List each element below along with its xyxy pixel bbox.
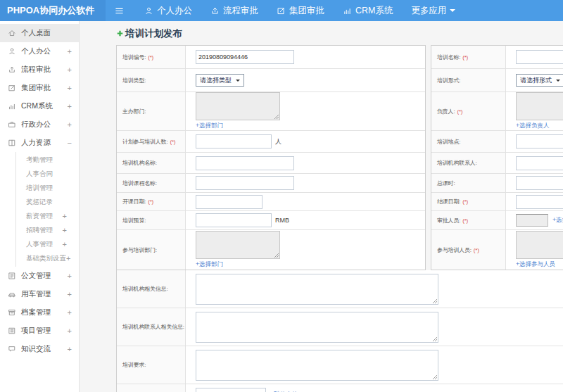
text-input[interactable]	[196, 156, 294, 170]
text-input[interactable]	[516, 134, 563, 148]
expand-icon[interactable]: +	[68, 308, 72, 317]
readonly-textarea[interactable]	[516, 92, 563, 120]
textarea-input[interactable]	[196, 350, 438, 381]
nav-item-2[interactable]: 集团审批	[277, 5, 324, 17]
text-input[interactable]	[196, 134, 272, 148]
sidebar-item-2[interactable]: 流程审批+	[0, 61, 79, 79]
sidebar-item-10[interactable]: 项目管理+	[0, 322, 79, 340]
expand-icon[interactable]: +	[66, 254, 70, 263]
expand-icon[interactable]: +	[68, 120, 72, 129]
sidebar-item-3[interactable]: 集团审批+	[0, 79, 79, 97]
form-row: 培训名称:(*)	[431, 46, 563, 69]
picker-link[interactable]: +选择参与人员	[516, 260, 555, 269]
text-input[interactable]	[516, 195, 563, 209]
sidebar-subitem-1[interactable]: 人事合同	[16, 167, 79, 181]
text-input[interactable]	[196, 50, 294, 64]
required-mark: (*)	[462, 217, 468, 224]
field-label-text: 计划参与培训人数:	[122, 138, 167, 146]
textarea-input[interactable]	[196, 312, 438, 343]
menu-icon[interactable]	[106, 0, 134, 21]
text-input[interactable]	[516, 176, 563, 190]
sidebar-subitem-4[interactable]: 薪资管理+	[16, 209, 79, 223]
field-label-text: 审批人员:	[437, 217, 460, 225]
form-row: 参与培训人员:(*)+选择参与人员	[431, 230, 563, 270]
field-cell	[186, 193, 425, 210]
sidebar-subitem-5[interactable]: 招聘管理+	[16, 223, 79, 237]
page-title: 培训计划发布	[116, 27, 563, 40]
text-input[interactable]	[196, 176, 294, 190]
form-row: 开课日期:(*)	[117, 193, 425, 211]
readonly-textarea[interactable]	[196, 92, 280, 120]
sidebar-item-6[interactable]: 人力资源−	[0, 134, 79, 152]
expand-icon[interactable]: +	[63, 226, 67, 234]
sidebar: 个人桌面个人办公+流程审批+集团审批+CRM系统+行政办公+人力资源−考勤管理人…	[0, 21, 80, 392]
form-row: 培训机构相关信息:	[117, 270, 563, 308]
sidebar-subitem-3[interactable]: 奖惩记录	[16, 195, 79, 209]
field-cell	[186, 308, 563, 346]
select-dropdown[interactable]: 请选择类型	[196, 74, 244, 87]
sidebar-subitem-6[interactable]: 人事管理+	[16, 237, 79, 251]
sidebar-item-0[interactable]: 个人桌面	[0, 24, 79, 42]
expand-icon[interactable]: +	[68, 290, 72, 298]
sidebar-item-label: 人力资源	[21, 138, 68, 148]
page-title-text: 培训计划发布	[125, 27, 182, 40]
readonly-textarea[interactable]	[516, 231, 563, 259]
nav-item-label: 流程审批	[223, 5, 258, 17]
required-mark: (*)	[462, 198, 468, 205]
nav-item-3[interactable]: CRM系统	[343, 5, 393, 17]
text-input[interactable]	[516, 156, 563, 170]
expand-icon[interactable]: +	[68, 84, 72, 92]
text-input[interactable]	[516, 50, 563, 64]
nav-item-0[interactable]: 个人办公	[144, 5, 192, 17]
expand-icon[interactable]: −	[68, 139, 72, 147]
expand-icon[interactable]: +	[68, 272, 72, 280]
nav-item-label: 个人办公	[157, 5, 192, 17]
sidebar-subitem-7[interactable]: 基础类别设置+	[16, 251, 79, 265]
readonly-input[interactable]	[516, 214, 548, 227]
expand-icon[interactable]: +	[68, 327, 72, 335]
sidebar-item-9[interactable]: 档案管理+	[0, 303, 79, 322]
sidebar-subitem-0[interactable]: 考勤管理	[16, 153, 79, 167]
field-label: 主办部门:	[117, 92, 186, 130]
resize-handle-icon	[432, 374, 437, 379]
field-label: 培训机构名称:	[117, 153, 186, 173]
field-label-text: 结课日期:	[437, 198, 460, 206]
sidebar-item-8[interactable]: 用车管理+	[0, 285, 79, 303]
expand-icon[interactable]: +	[63, 240, 67, 248]
field-cell	[186, 153, 425, 173]
readonly-textarea[interactable]	[196, 231, 280, 259]
expand-icon[interactable]: +	[68, 102, 72, 110]
form-table-right: 培训名称:(*)培训形式:请选择形式负责人:(*)+选择负责人培训地点:培训机构…	[431, 45, 563, 270]
textarea-input[interactable]	[196, 274, 438, 305]
form-row: 培训地点:	[431, 131, 563, 153]
expand-icon[interactable]: +	[68, 47, 72, 56]
text-input[interactable]	[196, 213, 272, 227]
sidebar-item-11[interactable]: 知识交流+	[0, 340, 79, 358]
sidebar-item-4[interactable]: CRM系统+	[0, 97, 79, 115]
field-label: 参与培训部门:	[117, 230, 186, 270]
sidebar-item-5[interactable]: 行政办公+	[0, 115, 79, 134]
expand-icon[interactable]: +	[68, 65, 72, 74]
expand-icon[interactable]: +	[63, 212, 67, 220]
picker-link[interactable]: +选择部门	[196, 260, 223, 269]
nav-item-4[interactable]: 更多应用	[411, 5, 455, 17]
flow-icon	[210, 6, 220, 15]
select-dropdown[interactable]: 请选择形式	[516, 74, 563, 87]
field-cell: +选择部门	[186, 230, 425, 270]
sidebar-item-7[interactable]: 公文管理+	[0, 267, 79, 285]
field-label-text: 培训课程名称:	[122, 179, 157, 187]
form-table-bottom: 培训机构相关信息:培训机构联系人相关信息:培训要求:附件文档:+附件上传	[116, 270, 563, 392]
resize-handle-icon	[432, 298, 437, 303]
field-label: 培训要求:	[117, 346, 186, 384]
form-row: 培训机构名称:	[117, 153, 425, 174]
sidebar-item-1[interactable]: 个人办公+	[0, 42, 79, 61]
picker-link[interactable]: +选择负责人	[516, 122, 549, 130]
picker-link[interactable]: +选择审批人员	[552, 216, 563, 225]
text-input[interactable]	[196, 195, 262, 209]
expand-icon[interactable]: +	[68, 345, 72, 353]
picker-link[interactable]: +选择部门	[196, 122, 223, 130]
sidebar-subitem-2[interactable]: 培训管理	[16, 181, 79, 195]
nav-item-1[interactable]: 流程审批	[210, 5, 258, 17]
file-input[interactable]	[196, 388, 266, 392]
field-label-text: 培训预算:	[122, 217, 146, 225]
